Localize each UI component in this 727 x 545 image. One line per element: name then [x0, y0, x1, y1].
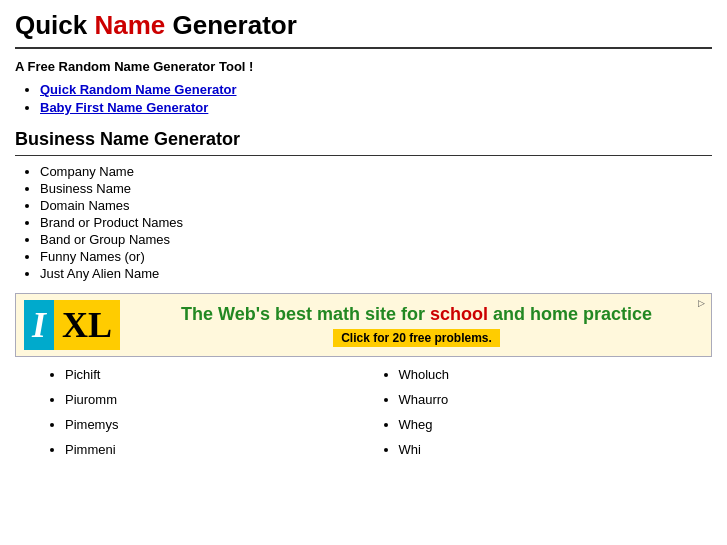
- ad-school-word: school: [430, 304, 488, 324]
- list-item: Brand or Product Names: [40, 215, 712, 230]
- baby-first-name-link[interactable]: Baby First Name Generator: [40, 100, 208, 115]
- results-right-list: Wholuch Whaurro Wheg Whi: [379, 367, 713, 457]
- results-section: Pichift Piuromm Pimemys Pimmeni Wholuch …: [15, 367, 712, 467]
- list-item: Just Any Alien Name: [40, 266, 712, 281]
- ad-home-word: home practice: [530, 304, 652, 324]
- results-left-list: Pichift Piuromm Pimemys Pimmeni: [45, 367, 379, 457]
- list-item: Whi: [399, 442, 713, 457]
- ad-content: The Web's best math site for school and …: [130, 303, 703, 347]
- ad-text-1: The Web's best math site for: [181, 304, 430, 324]
- title-prefix: Quick: [15, 10, 94, 40]
- business-section-title: Business Name Generator: [15, 129, 712, 156]
- list-item: Company Name: [40, 164, 712, 179]
- tagline: A Free Random Name Generator Tool !: [15, 59, 712, 74]
- category-list: Company Name Business Name Domain Names …: [15, 164, 712, 281]
- ad-logo-i: I: [24, 300, 54, 350]
- page-title: Quick Name Generator: [15, 10, 712, 49]
- list-item: Business Name: [40, 181, 712, 196]
- list-item: Pimmeni: [65, 442, 379, 457]
- ad-corner-icon: ▷: [698, 298, 705, 308]
- results-left-col: Pichift Piuromm Pimemys Pimmeni: [45, 367, 379, 467]
- page-wrapper: Quick Name Generator A Free Random Name …: [0, 0, 727, 545]
- list-item: Domain Names: [40, 198, 712, 213]
- list-item: Piuromm: [65, 392, 379, 407]
- list-item: Whaurro: [399, 392, 713, 407]
- ad-main-text: The Web's best math site for school and …: [130, 303, 703, 326]
- quick-random-link[interactable]: Quick Random Name Generator: [40, 82, 237, 97]
- list-item: Pichift: [65, 367, 379, 382]
- nav-links: Quick Random Name Generator Baby First N…: [15, 82, 712, 115]
- list-item: Baby First Name Generator: [40, 100, 712, 115]
- ad-logo-xl: XL: [54, 300, 120, 350]
- title-highlight: Name: [94, 10, 165, 40]
- title-suffix: Generator: [165, 10, 297, 40]
- list-item: Pimemys: [65, 417, 379, 432]
- list-item: Quick Random Name Generator: [40, 82, 712, 97]
- ad-banner[interactable]: IXL The Web's best math site for school …: [15, 293, 712, 357]
- list-item: Funny Names (or): [40, 249, 712, 264]
- ad-text-2: and: [488, 304, 530, 324]
- list-item: Wholuch: [399, 367, 713, 382]
- list-item: Band or Group Names: [40, 232, 712, 247]
- list-item: Wheg: [399, 417, 713, 432]
- results-right-col: Wholuch Whaurro Wheg Whi: [379, 367, 713, 467]
- ad-logo: IXL: [24, 300, 120, 350]
- ad-sub-text: Click for 20 free problems.: [333, 329, 500, 347]
